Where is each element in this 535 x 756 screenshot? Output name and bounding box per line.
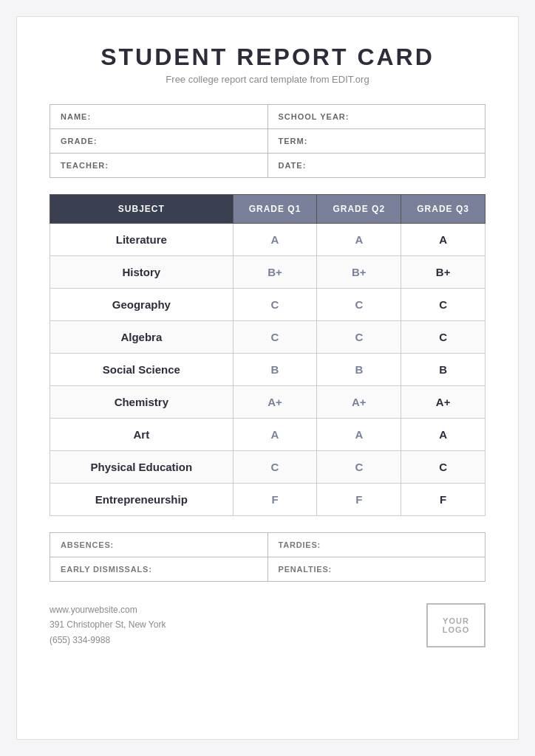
grade-row: Geography C C C [50,289,485,321]
q2-cell: C [317,289,401,321]
attendance-row-1: ABSENCES: TARDIES: [50,533,485,557]
q1-cell: A [233,224,317,256]
q2-cell: A [317,224,401,256]
date-label: DATE: [279,161,307,170]
q2-cell: A+ [317,386,401,419]
absences-cell: ABSENCES: [50,533,268,557]
header: STUDENT REPORT CARD Free college report … [50,44,485,88]
q1-header: GRADE Q1 [233,195,317,224]
q3-cell: C [401,321,485,354]
subject-cell: History [50,256,234,289]
subject-cell: Chemistry [50,386,234,419]
page-title: STUDENT REPORT CARD [50,44,485,71]
teacher-label: TEACHER: [61,161,109,170]
q1-cell: A+ [233,386,317,419]
q1-cell: C [233,451,317,484]
school-year-label: SCHOOL YEAR: [279,112,350,121]
q1-cell: C [233,289,317,321]
term-label: TERM: [279,137,308,145]
grade-row: Literature A A A [50,224,485,256]
grades-header-row: SUBJECT GRADE Q1 GRADE Q2 GRADE Q3 [50,195,485,224]
q3-cell: B [401,354,485,386]
attendance-table: ABSENCES: TARDIES: EARLY DISMISSALS: PEN… [50,532,485,582]
tardies-cell: TARDIES: [268,533,485,557]
q3-cell: A+ [401,386,485,419]
q2-cell: C [317,451,401,484]
grade-row: Chemistry A+ A+ A+ [50,386,485,419]
grade-row: History B+ B+ B+ [50,256,485,289]
school-year-cell: SCHOOL YEAR: [268,105,485,129]
info-row-grade: GRADE: TERM: [50,129,485,154]
q2-header: GRADE Q2 [317,195,401,224]
q3-cell: A [401,419,485,451]
grade-row: Social Science B B B [50,354,485,386]
grade-row: Physical Education C C C [50,451,485,484]
q3-cell: B+ [401,256,485,289]
report-card-page: STUDENT REPORT CARD Free college report … [16,16,519,740]
subject-cell: Social Science [50,354,234,386]
subject-cell: Physical Education [50,451,234,484]
subject-cell: Art [50,419,234,451]
q3-cell: A [401,224,485,256]
info-table: NAME: SCHOOL YEAR: GRADE: TERM: TEACHER: [50,104,485,178]
term-cell: TERM: [268,129,485,154]
attendance-row-2: EARLY DISMISSALS: PENALTIES: [50,557,485,582]
grade-row: Algebra C C C [50,321,485,354]
date-cell: DATE: [268,154,485,178]
q2-cell: A [317,419,401,451]
q3-header: GRADE Q3 [401,195,485,224]
early-dismissals-cell: EARLY DISMISSALS: [50,557,268,582]
footer-phone: (655) 334-9988 [50,633,166,647]
grade-cell: GRADE: [50,129,268,154]
footer-website: www.yourwebsite.com [50,602,166,617]
q2-cell: F [317,484,401,516]
footer: www.yourwebsite.com 391 Christopher St, … [50,602,485,647]
q2-cell: B [317,354,401,386]
grade-row: Entrepreneurship F F F [50,484,485,516]
subject-cell: Algebra [50,321,234,354]
subject-cell: Literature [50,224,234,256]
grades-table: SUBJECT GRADE Q1 GRADE Q2 GRADE Q3 Liter… [50,194,485,516]
penalties-cell: PENALTIES: [268,557,485,582]
grade-row: Art A A A [50,419,485,451]
info-row-name: NAME: SCHOOL YEAR: [50,105,485,129]
teacher-cell: TEACHER: [50,154,268,178]
grade-label: GRADE: [61,137,97,145]
name-label: NAME: [61,112,91,121]
footer-logo: YOURLOGO [426,603,485,647]
footer-address: 391 Christopher St, New York [50,617,166,632]
q3-cell: C [401,451,485,484]
subject-cell: Geography [50,289,234,321]
name-cell: NAME: [50,105,268,129]
footer-contact: www.yourwebsite.com 391 Christopher St, … [50,602,166,647]
q1-cell: C [233,321,317,354]
q2-cell: C [317,321,401,354]
info-row-teacher: TEACHER: DATE: [50,154,485,178]
q1-cell: F [233,484,317,516]
q1-cell: B [233,354,317,386]
page-subtitle: Free college report card template from E… [50,74,485,85]
q2-cell: B+ [317,256,401,289]
q3-cell: C [401,289,485,321]
q1-cell: B+ [233,256,317,289]
subject-header: SUBJECT [50,195,234,224]
q1-cell: A [233,419,317,451]
subject-cell: Entrepreneurship [50,484,234,516]
q3-cell: F [401,484,485,516]
